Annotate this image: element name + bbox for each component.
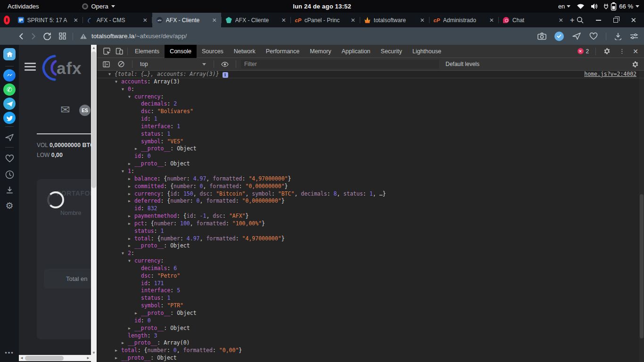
minimize-button[interactable]: [596, 20, 601, 21]
page-horizontal-scrollbar[interactable]: ◄ ►: [19, 355, 91, 361]
browser-tab[interactable]: Chat✕: [499, 13, 568, 27]
browser-tab[interactable]: totalsoftware✕: [360, 13, 429, 27]
console-tree-row[interactable]: ▶deferred: {number: 0, formatted: "0,000…: [97, 197, 644, 205]
keyboard-layout-indicator[interactable]: en: [558, 3, 570, 10]
expander-closed-icon[interactable]: ▶: [128, 213, 134, 220]
system-clock[interactable]: lun 24 de ago 13:52: [293, 3, 351, 10]
easy-setup-icon[interactable]: [630, 33, 638, 40]
app-menu-button[interactable]: Opera: [82, 3, 115, 10]
console-tree-row[interactable]: id: 0: [97, 153, 644, 160]
javascript-context-dropdown[interactable]: top: [137, 61, 209, 67]
activities-button[interactable]: Actividades: [8, 3, 39, 10]
expander-open-icon[interactable]: ▼: [115, 78, 121, 86]
console-tree-row[interactable]: decimals: 2: [97, 100, 644, 108]
console-tree-row[interactable]: id: 0: [97, 317, 644, 325]
adblock-shield-icon[interactable]: [554, 32, 564, 41]
console-tree-row[interactable]: id: 1: [97, 115, 644, 123]
console-tree-row[interactable]: ▶paymentmethod: {id: -1, dsc: "AFX"}: [97, 213, 644, 220]
expander-closed-icon[interactable]: ▶: [128, 242, 134, 250]
language-badge[interactable]: ES: [79, 105, 91, 116]
console-tree-row[interactable]: id: 832: [97, 205, 644, 213]
page-vertical-scrollbar[interactable]: ▲ ▼: [91, 45, 97, 362]
devtools-tab-memory[interactable]: Memory: [305, 45, 336, 58]
console-tree-row[interactable]: ▶__proto__: Array(0): [97, 339, 644, 347]
sidebar-setup-dots-icon[interactable]: •••: [0, 349, 19, 356]
expander-closed-icon[interactable]: ▶: [128, 197, 134, 205]
console-tree-row[interactable]: interface: 5: [97, 287, 644, 295]
inspect-element-icon[interactable]: [101, 46, 113, 57]
bookmarks-heart-icon[interactable]: [3, 152, 16, 165]
settings-gear-icon[interactable]: ⚙: [3, 199, 16, 212]
devtools-tab-security[interactable]: Security: [376, 45, 407, 58]
opera-menu-button[interactable]: [0, 13, 14, 27]
my-flow-icon[interactable]: [3, 131, 16, 143]
console-tree-row[interactable]: ▼currency:: [97, 93, 644, 101]
expander-open-icon[interactable]: ▼: [122, 86, 128, 93]
scrollbar-thumb[interactable]: [25, 356, 64, 361]
devtools-tab-network[interactable]: Network: [229, 45, 261, 58]
console-tree-row[interactable]: ▼currency:: [97, 257, 644, 265]
devtools-settings-gear-icon[interactable]: [601, 46, 613, 57]
scrollbar-thumb[interactable]: [91, 51, 96, 188]
console-tree-row[interactable]: ▶__proto__: Object: [97, 160, 644, 168]
tab-close-icon[interactable]: ✕: [143, 17, 148, 24]
expander-closed-icon[interactable]: ▶: [135, 310, 141, 317]
expander-closed-icon[interactable]: ▶: [128, 235, 134, 243]
not-secure-warning-icon[interactable]: [80, 33, 87, 40]
console-sidebar-toggle-icon[interactable]: [100, 58, 112, 70]
system-status-area[interactable]: en 66 %: [558, 2, 639, 11]
expander-closed-icon[interactable]: ▶: [128, 220, 134, 228]
expander-closed-icon[interactable]: ▶: [115, 347, 121, 354]
clear-console-icon[interactable]: [115, 58, 127, 70]
history-clock-icon[interactable]: [3, 168, 16, 181]
expander-closed-icon[interactable]: ▶: [135, 145, 141, 153]
search-tabs-icon[interactable]: [577, 16, 584, 24]
tab-close-icon[interactable]: ✕: [420, 17, 425, 24]
expander-open-icon[interactable]: ▼: [122, 168, 128, 175]
scroll-up-arrow-icon[interactable]: ▲: [91, 45, 97, 51]
error-count-badge[interactable]: ✕2: [578, 48, 589, 55]
console-tree-row[interactable]: ▶committed: {number: 0, formatted: "0,00…: [97, 183, 644, 190]
hamburger-menu-icon[interactable]: [25, 63, 36, 73]
console-tree-row[interactable]: ▶__proto__: Object: [97, 145, 644, 153]
download-icon[interactable]: [614, 33, 622, 40]
console-tree-row[interactable]: length: 3: [97, 332, 644, 340]
live-expression-eye-icon[interactable]: [219, 58, 231, 70]
restore-button[interactable]: [613, 18, 618, 23]
console-tree-row[interactable]: decimals: 6: [97, 265, 644, 272]
expander-closed-icon[interactable]: ▶: [128, 183, 134, 190]
devtools-tab-console[interactable]: Console: [165, 45, 197, 58]
devtools-tab-sources[interactable]: Sources: [197, 45, 229, 58]
browser-tab[interactable]: cPAdministrado✕: [429, 13, 498, 27]
log-levels-dropdown[interactable]: Default levels: [442, 61, 486, 67]
devtools-kebab-menu-icon[interactable]: ⋮: [616, 46, 628, 57]
console-tree-row[interactable]: ▼0:: [97, 86, 644, 93]
console-tree-row[interactable]: ▼1:: [97, 168, 644, 175]
device-toolbar-icon[interactable]: [113, 46, 125, 57]
messenger-icon[interactable]: [3, 69, 16, 82]
console-tree-row[interactable]: symbol: "PTR": [97, 302, 644, 310]
console-tree-row[interactable]: symbol: "VES": [97, 138, 644, 146]
expander-closed-icon[interactable]: ▶: [115, 354, 121, 362]
expander-open-icon[interactable]: ▼: [128, 93, 134, 101]
expander-closed-icon[interactable]: ▶: [128, 160, 134, 168]
console-tree-row[interactable]: ▶__proto__: Object: [97, 310, 644, 317]
devtools-tab-application[interactable]: Application: [336, 45, 375, 58]
browser-tab[interactable]: cPcPanel - Princ✕: [291, 13, 360, 27]
expander-closed-icon[interactable]: ▶: [128, 175, 134, 183]
tab-close-icon[interactable]: ✕: [281, 17, 286, 24]
bookmark-heart-icon[interactable]: [589, 33, 598, 40]
console-tree-row[interactable]: ▶total: {number: 4.97, formatted: "4,970…: [97, 235, 644, 243]
console-tree-row[interactable]: status: 1: [97, 131, 644, 138]
console-tree-row[interactable]: dsc: "Petro": [97, 272, 644, 280]
expander-closed-icon[interactable]: ▶: [122, 339, 128, 347]
battery-indicator[interactable]: 66 %: [604, 2, 639, 11]
twitter-icon[interactable]: [3, 112, 16, 124]
console-tree-row[interactable]: ▶__proto__: Object: [97, 242, 644, 250]
expander-closed-icon[interactable]: ▶: [128, 325, 134, 332]
console-tree-row[interactable]: ▼{total: {…}, accounts: Array(3)}ihome.j…: [97, 71, 644, 78]
scroll-right-arrow-icon[interactable]: ►: [85, 355, 91, 361]
tab-close-icon[interactable]: ✕: [559, 17, 563, 24]
scroll-left-arrow-icon[interactable]: ◄: [19, 355, 25, 361]
reload-icon[interactable]: [43, 32, 51, 40]
